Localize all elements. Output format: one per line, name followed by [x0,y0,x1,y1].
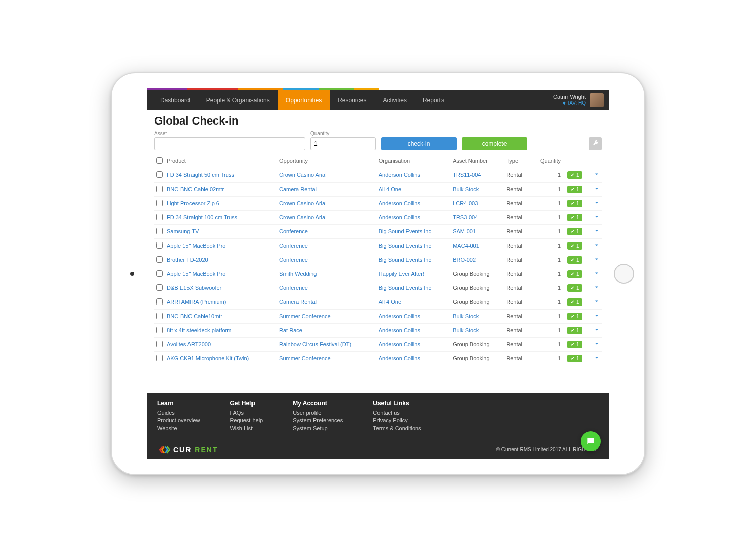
opportunity-link[interactable]: Crown Casino Arial [277,168,376,182]
status-chip[interactable]: 1 [567,284,582,292]
nav-tab-dashboard[interactable]: Dashboard [152,90,198,110]
footer-link[interactable]: Terms & Conditions [373,425,421,431]
row-checkbox[interactable] [156,200,163,206]
organisation-link[interactable]: Happily Ever After! [376,267,451,281]
organisation-link[interactable]: Anderson Collins [376,196,451,210]
status-chip[interactable]: 1 [567,256,582,264]
select-all-checkbox[interactable] [156,157,163,164]
asset-number[interactable]: MAC4-001 [451,238,504,253]
opportunity-link[interactable]: Crown Casino Arial [277,196,376,210]
organisation-link[interactable]: Big Sound Events Inc [376,253,451,267]
status-chip[interactable]: 1 [567,270,582,278]
row-checkbox[interactable] [156,355,163,361]
organisation-link[interactable]: Anderson Collins [376,323,451,337]
footer-link[interactable]: Guides [157,410,200,416]
row-expand[interactable] [590,281,602,295]
product-link[interactable]: Avolites ART2000 [165,337,277,351]
row-expand[interactable] [590,267,602,281]
opportunity-link[interactable]: Crown Casino Arial [277,210,376,224]
status-chip[interactable]: 1 [567,327,582,334]
opportunity-link[interactable]: Summer Conference [277,351,376,366]
organisation-link[interactable]: Big Sound Events Inc [376,281,451,295]
nav-tab-people-organisations[interactable]: People & Organisations [198,90,278,110]
product-link[interactable]: FD 34 Straight 50 cm Truss [165,168,277,182]
organisation-link[interactable]: All 4 One [376,182,451,196]
organisation-link[interactable]: Anderson Collins [376,309,451,323]
product-link[interactable]: FD 34 Straight 100 cm Truss [165,210,277,224]
organisation-link[interactable]: All 4 One [376,295,451,309]
settings-button[interactable] [589,137,602,150]
row-checkbox[interactable] [156,327,163,333]
opportunity-link[interactable]: Conference [277,253,376,267]
complete-button[interactable]: complete [462,137,527,150]
opportunity-link[interactable]: Smith Wedding [277,267,376,281]
row-checkbox[interactable] [156,214,163,220]
product-link[interactable]: 8ft x 4ft steeldeck platform [165,323,277,337]
footer-link[interactable]: FAQs [230,410,263,416]
footer-link[interactable]: Contact us [373,410,421,416]
opportunity-link[interactable]: Conference [277,238,376,253]
asset-number[interactable]: TRS3-004 [451,210,504,224]
row-expand[interactable] [590,210,602,224]
status-chip[interactable]: 1 [567,313,582,320]
footer-link[interactable]: Wish List [230,425,263,431]
footer-link[interactable]: Privacy Policy [373,417,421,423]
row-checkbox[interactable] [156,186,163,192]
status-chip[interactable]: 1 [567,341,582,348]
quantity-input[interactable] [310,137,376,150]
asset-input[interactable] [154,137,305,150]
tablet-home-button[interactable] [614,264,634,284]
row-checkbox[interactable] [156,228,163,234]
status-chip[interactable]: 1 [567,298,582,306]
row-expand[interactable] [590,351,602,366]
asset-number[interactable]: Bulk Stock [451,323,504,337]
organisation-link[interactable]: Anderson Collins [376,210,451,224]
status-chip[interactable]: 1 [567,214,582,221]
organisation-link[interactable]: Big Sound Events Inc [376,224,451,238]
row-expand[interactable] [590,196,602,210]
row-expand[interactable] [590,168,602,182]
row-checkbox[interactable] [156,313,163,319]
nav-tab-activities[interactable]: Activities [375,90,415,110]
product-link[interactable]: ARRI AMIRA (Premium) [165,295,277,309]
organisation-link[interactable]: Anderson Collins [376,168,451,182]
row-checkbox[interactable] [156,256,163,263]
chat-button[interactable] [581,431,601,451]
product-link[interactable]: Apple 15" MacBook Pro [165,238,277,253]
product-link[interactable]: Samsung TV [165,224,277,238]
product-link[interactable]: D&B E15X Subwoofer [165,281,277,295]
product-link[interactable]: Light Processor Zip 6 [165,196,277,210]
nav-tab-opportunities[interactable]: Opportunities [278,90,330,110]
status-chip[interactable]: 1 [567,200,582,207]
row-checkbox[interactable] [156,270,163,277]
row-expand[interactable] [590,323,602,337]
row-expand[interactable] [590,295,602,309]
asset-number[interactable]: Bulk Stock [451,182,504,196]
row-expand[interactable] [590,253,602,267]
row-expand[interactable] [590,238,602,253]
footer-link[interactable]: Request help [230,417,263,423]
row-expand[interactable] [590,309,602,323]
row-checkbox[interactable] [156,171,163,178]
footer-link[interactable]: Product overview [157,417,200,423]
organisation-link[interactable]: Anderson Collins [376,351,451,366]
brand-logo[interactable]: CURRENT [159,445,218,454]
row-checkbox[interactable] [156,298,163,305]
row-checkbox[interactable] [156,284,163,291]
status-chip[interactable]: 1 [567,186,582,193]
opportunity-link[interactable]: Camera Rental [277,295,376,309]
nav-tab-resources[interactable]: Resources [330,90,374,110]
asset-number[interactable]: SAM-001 [451,224,504,238]
footer-link[interactable]: System Preferences [293,417,343,423]
opportunity-link[interactable]: Rainbow Circus Festival (DT) [277,337,376,351]
asset-number[interactable]: TRS11-004 [451,168,504,182]
row-expand[interactable] [590,224,602,238]
status-chip[interactable]: 1 [567,171,582,179]
row-expand[interactable] [590,337,602,351]
nav-tab-reports[interactable]: Reports [415,90,452,110]
opportunity-link[interactable]: Conference [277,224,376,238]
nav-user-area[interactable]: Catrin Wright IAV: HQ [553,93,604,107]
opportunity-link[interactable]: Conference [277,281,376,295]
row-checkbox[interactable] [156,341,163,347]
checkin-button[interactable]: check-in [381,137,457,150]
